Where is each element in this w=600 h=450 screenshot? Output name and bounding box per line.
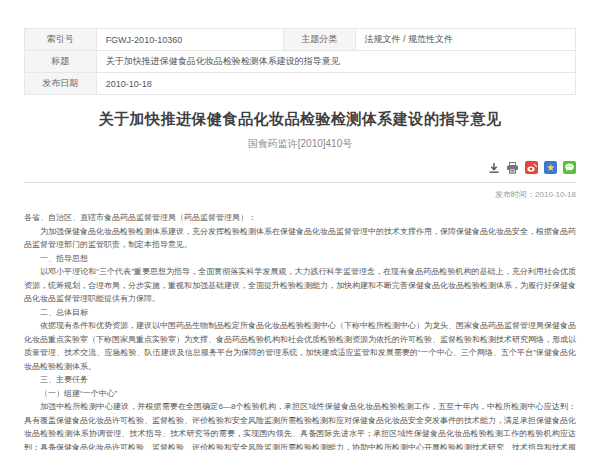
share-weibo-icon[interactable] (525, 161, 538, 174)
meta-value-index: FGWJ-2010-10360 (96, 29, 283, 51)
document-page: 索引号 FGWJ-2010-10360 主题分类 法规文件 / 规范性文件 标题… (24, 0, 576, 450)
download-icon[interactable] (488, 162, 500, 174)
body-paragraph: 二、总体目标 (24, 306, 576, 320)
share-qzone-icon[interactable]: ★ (544, 161, 557, 174)
body-paragraph: 加强中检所检测中心建设，并根据需要在全国确定6—8个检验机构，承担区域性保健食品… (24, 400, 576, 450)
body-paragraph: （一）组建“一个中心” (24, 387, 576, 401)
publish-time: 发布时间：2010-10-18 (24, 189, 576, 200)
publish-time-value: 2010-10-18 (535, 190, 576, 199)
table-row: 索引号 FGWJ-2010-10360 主题分类 法规文件 / 规范性文件 (25, 29, 576, 51)
meta-value-topic: 法规文件 / 规范性文件 (355, 29, 575, 51)
body-paragraph: 依据现有条件和优势资源，建设以中国药品生物制品检定所食品化妆品检验检测中心（下称… (24, 319, 576, 373)
article-toolbar: ★ (24, 161, 576, 174)
table-row: 标题 关于加快推进保健食品化妆品检验检测体系建设的指导意见 (25, 51, 576, 73)
body-paragraph: 三、主要任务 (24, 373, 576, 387)
body-paragraph: 一、指导思想 (24, 252, 576, 266)
document-number: 国食药监许[2010]410号 (24, 137, 576, 151)
meta-value-title: 关于加快推进保健食品化妆品检验检测体系建设的指导意见 (96, 51, 575, 73)
title-divider (24, 182, 576, 183)
meta-label-title: 标题 (25, 51, 97, 73)
meta-value-date: 2010-10-18 (96, 73, 575, 95)
body-paragraph: 以邓小平理论和“三个代表”重要思想为指导，全面贯彻落实科学发展观，大力践行科学监… (24, 265, 576, 306)
meta-label-topic: 主题分类 (283, 29, 355, 51)
page-title: 关于加快推进保健食品化妆品检验检测体系建设的指导意见 (24, 110, 576, 129)
publish-time-label: 发布时间： (495, 190, 535, 199)
body-paragraph: 为加强保健食品化妆品检验检测体系建设，充分发挥检验检测体系在保健食品化妆品监督管… (24, 225, 576, 252)
document-meta-table: 索引号 FGWJ-2010-10360 主题分类 法规文件 / 规范性文件 标题… (24, 28, 576, 95)
body-paragraph: 各省、自治区、直辖市食品药品监督管理局（药品监督管理局）： (24, 211, 576, 225)
table-row: 发布日期 2010-10-18 (25, 73, 576, 95)
share-wechat-icon[interactable] (563, 161, 576, 174)
meta-label-index: 索引号 (25, 29, 97, 51)
document-body: 各省、自治区、直辖市食品药品监督管理局（药品监督管理局）：为加强保健食品化妆品检… (24, 211, 576, 450)
printer-icon[interactable] (506, 162, 519, 174)
meta-label-date: 发布日期 (25, 73, 97, 95)
